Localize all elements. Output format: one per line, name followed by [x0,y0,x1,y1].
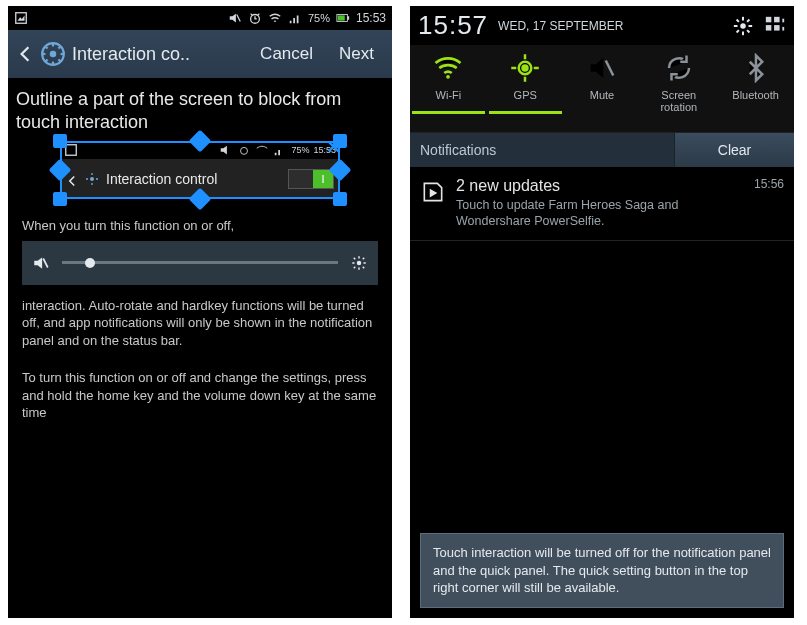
wifi-icon [433,53,463,83]
svg-line-1 [237,15,241,22]
svg-line-32 [363,257,365,259]
svg-point-24 [357,260,362,265]
svg-point-48 [447,75,451,79]
quick-bluetooth[interactable]: Bluetooth [717,45,794,132]
panel-clock: 15:57 [418,10,488,41]
svg-line-15 [58,46,60,48]
right-phone: 15:57 WED, 17 SEPTEMBER Wi-Fi GPS Mute [410,6,794,618]
rotation-icon [664,53,694,83]
svg-line-41 [747,19,749,21]
close-selection-icon[interactable]: ✕ [324,139,342,157]
slider-thumb[interactable] [85,258,95,268]
gear-icon[interactable] [350,254,368,272]
battery-text: 75% [308,12,330,24]
svg-rect-4 [347,16,349,20]
quick-mute[interactable]: Mute [564,45,641,132]
quick-label: GPS [514,89,537,101]
svg-point-50 [523,66,528,71]
svg-line-12 [45,46,47,48]
quick-label: Mute [590,89,614,101]
screenshot-icon [14,11,28,25]
svg-line-30 [363,266,365,268]
svg-rect-46 [782,18,784,22]
svg-rect-42 [766,16,772,22]
svg-line-23 [43,258,48,267]
notif-header: Notifications Clear [410,133,794,167]
clear-button[interactable]: Clear [674,133,794,167]
back-icon[interactable] [16,45,34,63]
svg-line-29 [354,257,356,259]
notif-label: Notifications [410,133,674,167]
body-text-1: When you turn this function on or off, [8,211,392,235]
page-title: Interaction co.. [72,44,244,65]
instruction-text: Outline a part of the screen to block fr… [8,78,392,137]
next-button[interactable]: Next [329,44,384,64]
gear-icon [40,41,66,67]
notif-body: Touch to update Farm Heroes Saga and Won… [456,197,744,230]
svg-line-38 [737,19,739,21]
notification-item[interactable]: 2 new updates Touch to update Farm Heroe… [410,167,794,241]
bluetooth-icon [741,53,771,83]
quick-label: Bluetooth [732,89,778,101]
svg-point-7 [50,51,57,58]
svg-marker-56 [430,189,438,198]
left-phone: 75% 15:53 Interaction co.. Cancel Next O… [8,6,392,618]
panel-date: WED, 17 SEPTEMBER [498,19,722,33]
svg-rect-44 [766,25,772,31]
battery-icon [336,11,350,25]
status-bar: 75% 15:53 [8,6,392,30]
quick-settings-row: Wi-Fi GPS Mute Screen rotation Bluetooth [410,45,794,133]
handle-se[interactable] [333,192,347,206]
volume-slider[interactable] [62,261,338,264]
panel-top: 15:57 WED, 17 SEPTEMBER [410,6,794,45]
notif-title: 2 new updates [456,177,744,195]
body-text-2: interaction. Auto-rotate and hardkey fun… [8,291,392,350]
quick-wifi[interactable]: Wi-Fi [410,45,487,132]
svg-line-13 [58,59,60,61]
quick-grid-icon[interactable] [764,15,786,37]
quick-rotation[interactable]: Screen rotation [640,45,717,132]
handle-nw[interactable] [53,134,67,148]
notif-time: 15:56 [754,177,784,230]
settings-header: Interaction co.. Cancel Next [8,30,392,78]
signal-icon [288,11,302,25]
handle-sw[interactable] [53,192,67,206]
settings-gear-icon[interactable] [732,15,754,37]
svg-line-55 [606,61,614,76]
volume-panel [22,241,378,285]
svg-rect-47 [782,26,784,30]
svg-line-39 [747,30,749,32]
alarm-icon [248,11,262,25]
svg-rect-43 [774,16,780,22]
svg-point-33 [740,23,746,29]
mute-icon [228,11,242,25]
cancel-button[interactable]: Cancel [250,44,323,64]
quick-gps[interactable]: GPS [487,45,564,132]
svg-line-40 [737,30,739,32]
quick-label: Wi-Fi [436,89,462,101]
svg-rect-5 [338,15,345,20]
clock-text: 15:53 [356,11,386,25]
wifi-icon [268,11,282,25]
mute-icon [587,53,617,83]
selection-area[interactable]: 75% 15:53 Interaction control I ✕ [60,141,340,201]
svg-line-14 [45,59,47,61]
body-text-3: To turn this function on or off and chan… [8,363,392,422]
mute-icon [32,254,50,272]
play-store-icon [420,179,446,205]
svg-rect-45 [774,25,780,31]
quick-label: Screen rotation [642,89,715,113]
gps-icon [510,53,540,83]
svg-line-31 [354,266,356,268]
help-tooltip: Touch interaction will be turned off for… [420,533,784,608]
